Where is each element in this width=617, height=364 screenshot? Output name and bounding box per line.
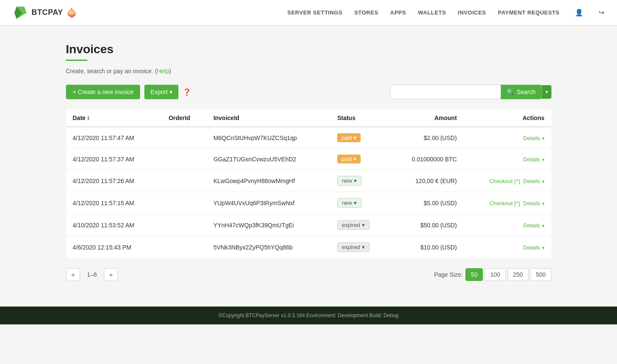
status-caret-icon: ▾ — [353, 156, 356, 162]
cell-invoiceid: KLwGowp4PvnyH88owMmgHf — [207, 170, 330, 192]
cell-orderid — [162, 127, 207, 149]
cell-date: 4/12/2020 11:57:47 AM — [66, 127, 162, 149]
table-row: 4/12/2020 11:57:47 AM M6QCnStUHvpW7KUZCS… — [66, 127, 551, 149]
cell-orderid — [162, 149, 207, 170]
cell-amount: 0.01000000 BTC — [389, 149, 464, 170]
details-caret-icon[interactable]: ▾ — [542, 157, 545, 162]
nav-payment-requests[interactable]: PAYMENT REQUESTS — [498, 9, 560, 16]
export-button[interactable]: Export — [144, 85, 178, 99]
page-size-label: Page Size: — [434, 271, 463, 278]
cell-status: paid ▾ — [330, 127, 389, 149]
toolbar-left: + Create a new invoice Export ❓ — [66, 85, 191, 99]
logout-icon[interactable]: ↪ — [599, 9, 604, 17]
details-link[interactable]: Details — [523, 156, 540, 163]
status-badge[interactable]: expired ▾ — [337, 220, 370, 230]
page-size-area: Page Size: 50100250500 — [434, 268, 551, 281]
status-badge[interactable]: paid ▾ — [337, 155, 361, 163]
cell-actions: Details ▾ — [464, 236, 551, 258]
search-caret-button[interactable] — [542, 85, 551, 99]
page-size-button[interactable]: 100 — [485, 268, 505, 281]
cell-date: 4/6/2020 12:15:43 PM — [66, 236, 162, 258]
checkout-link[interactable]: Checkout [^] — [489, 200, 520, 206]
tor-icon: 🧅 — [66, 8, 77, 18]
page-range: 1–6 — [82, 269, 102, 281]
page-size-button[interactable]: 500 — [530, 268, 551, 281]
next-page-button[interactable]: » — [104, 268, 118, 281]
table-header: Date ℹ OrderId InvoiceId Status Amount A… — [66, 109, 551, 127]
cell-invoiceid: M6QCnStUHvpW7KUZCSq1qp — [207, 127, 330, 149]
status-badge[interactable]: paid ▾ — [337, 133, 361, 142]
table-body: 4/12/2020 11:57:47 AM M6QCnStUHvpW7KUZCS… — [66, 127, 551, 258]
details-link[interactable]: Details — [523, 178, 540, 184]
table-row: 4/10/2020 11:53:52 AM YYnH47cWQp3fK39QmU… — [66, 214, 551, 236]
cell-status: new ▾ — [330, 170, 389, 192]
nav-stores[interactable]: STORES — [354, 9, 378, 16]
checkout-link[interactable]: Checkout [^] — [489, 178, 520, 184]
cell-actions: Checkout [^] Details ▾ — [464, 192, 551, 214]
table-row: 4/12/2020 11:57:37 AM GGaZ1TUGsnCvwzuU5V… — [66, 149, 551, 170]
cell-orderid — [162, 236, 207, 258]
col-date: Date ℹ — [66, 109, 162, 127]
help-circle-icon[interactable]: ❓ — [183, 88, 191, 96]
details-caret-icon[interactable]: ▾ — [542, 136, 545, 141]
title-underline — [66, 60, 87, 61]
nav-invoices[interactable]: INVOICES — [458, 9, 486, 16]
nav-apps[interactable]: APPS — [390, 9, 406, 16]
cell-invoiceid: YYnH47cWQp3fK39QmUTgEi — [207, 214, 330, 236]
table-row: 4/6/2020 12:15:43 PM 5VNk3NByx2ZyPQ5hYQq… — [66, 236, 551, 258]
cell-amount: $10.00 (USD) — [389, 236, 464, 258]
cell-orderid — [162, 192, 207, 214]
cell-date: 4/12/2020 11:57:15 AM — [66, 192, 162, 214]
cell-status: new ▾ — [330, 192, 389, 214]
search-button[interactable]: 🔍 Search — [501, 85, 541, 99]
cell-status: expired ▾ — [330, 236, 389, 258]
details-caret-icon[interactable]: ▾ — [542, 245, 545, 250]
cell-date: 4/10/2020 11:53:52 AM — [66, 214, 162, 236]
cell-amount: $2.00 (USD) — [389, 127, 464, 149]
status-caret-icon: ▾ — [354, 178, 357, 184]
col-orderid: OrderId — [162, 109, 207, 127]
toolbar: + Create a new invoice Export ❓ 🔍 Search — [66, 85, 551, 99]
footer: ©Copyright BTCPayServer v1.0.3.164 Envir… — [0, 307, 617, 324]
invoice-table: Date ℹ OrderId InvoiceId Status Amount A… — [66, 109, 551, 258]
cell-orderid — [162, 214, 207, 236]
help-link[interactable]: Help — [157, 68, 169, 75]
page-subtitle: Create, search or pay an invoice. (Help) — [66, 68, 551, 75]
create-invoice-button[interactable]: + Create a new invoice — [66, 85, 141, 99]
details-link[interactable]: Details — [523, 244, 540, 251]
status-caret-icon: ▾ — [353, 135, 356, 141]
cell-amount: 120,00 € (EUR) — [389, 170, 464, 192]
col-invoiceid: InvoiceId — [207, 109, 330, 127]
brand-link[interactable]: BTCPAY 🧅 — [13, 5, 77, 20]
brand-name: BTCPAY — [32, 8, 63, 17]
nav-server-settings[interactable]: SERVER SETTINGS — [287, 9, 342, 16]
cell-invoiceid: GGaZ1TUGsnCvwzuU5VEhD2 — [207, 149, 330, 170]
btcpay-logo-icon — [13, 5, 28, 20]
details-link[interactable]: Details — [523, 222, 540, 229]
main-content: Invoices Create, search or pay an invoic… — [53, 26, 564, 307]
copyright-text: ©Copyright BTCPayServer v1.0.3.164 Envir… — [218, 312, 399, 318]
page-size-button[interactable]: 250 — [508, 268, 528, 281]
status-caret-icon: ▾ — [362, 222, 365, 228]
table-row: 4/12/2020 11:57:26 AM KLwGowp4PvnyH88owM… — [66, 170, 551, 192]
status-badge[interactable]: expired ▾ — [337, 242, 370, 252]
details-caret-icon[interactable]: ▾ — [542, 223, 545, 228]
cell-date: 4/12/2020 11:57:26 AM — [66, 170, 162, 192]
cell-status: paid ▾ — [330, 149, 389, 170]
status-badge[interactable]: new ▾ — [337, 176, 362, 186]
status-badge[interactable]: new ▾ — [337, 198, 362, 208]
page-title: Invoices — [66, 43, 551, 56]
details-link[interactable]: Details — [523, 200, 540, 206]
prev-page-button[interactable]: « — [66, 268, 80, 281]
user-icon[interactable]: 👤 — [575, 9, 583, 17]
col-amount: Amount — [389, 109, 464, 127]
details-link[interactable]: Details — [523, 135, 540, 141]
details-caret-icon[interactable]: ▾ — [542, 201, 545, 206]
date-info-icon[interactable]: ℹ — [87, 115, 89, 121]
toolbar-right: 🔍 Search — [390, 85, 551, 99]
nav-wallets[interactable]: WALLETS — [418, 9, 446, 16]
cell-amount: $50.00 (USD) — [389, 214, 464, 236]
search-input[interactable] — [390, 85, 501, 99]
page-size-button[interactable]: 50 — [465, 268, 483, 281]
details-caret-icon[interactable]: ▾ — [542, 179, 545, 184]
